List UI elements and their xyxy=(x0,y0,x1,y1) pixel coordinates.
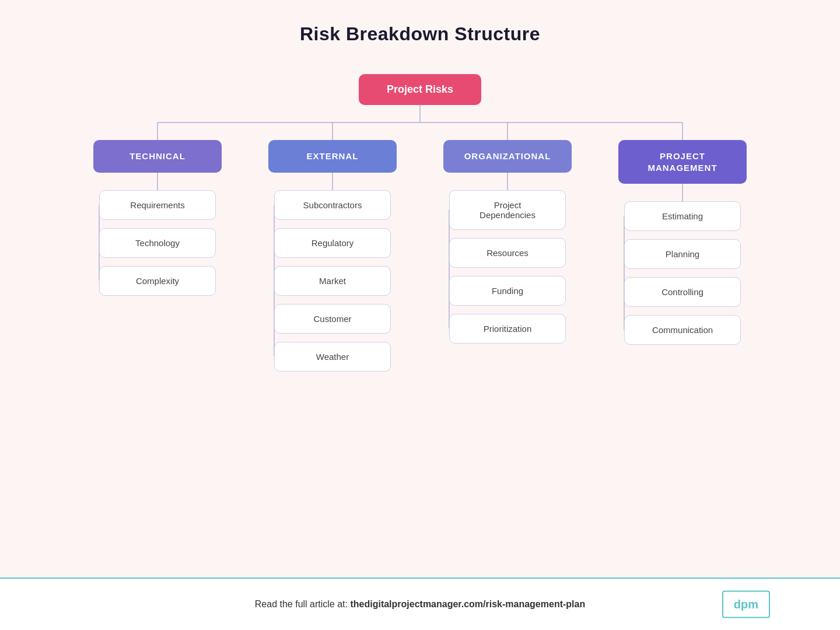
child-controlling: Controlling xyxy=(624,277,741,307)
child-resources: Resources xyxy=(449,238,566,268)
child-project-dependencies: ProjectDependencies xyxy=(449,190,566,230)
main-content: Risk Breakdown Structure Project Risks T… xyxy=(0,0,840,578)
header-technical: TECHNICAL xyxy=(93,140,222,173)
child-planning: Planning xyxy=(624,239,741,269)
column-external: EXTERNAL Subcontractors Regulatory Marke… xyxy=(245,140,420,380)
child-complexity: Complexity xyxy=(99,266,216,296)
child-customer: Customer xyxy=(274,304,391,334)
child-funding: Funding xyxy=(449,276,566,306)
header-organizational: ORGANIZATIONAL xyxy=(443,140,572,173)
header-external: EXTERNAL xyxy=(268,140,397,173)
footer-prefix: Read the full article at: xyxy=(255,599,351,609)
footer: Read the full article at: thedigitalproj… xyxy=(0,578,840,630)
root-node: Project Risks xyxy=(359,74,481,105)
root-row: Project Risks xyxy=(359,74,481,105)
page-title: Risk Breakdown Structure xyxy=(300,23,540,45)
child-regulatory: Regulatory xyxy=(274,228,391,258)
column-technical: TECHNICAL Requirements Technology Comple… xyxy=(70,140,245,380)
child-communication: Communication xyxy=(624,315,741,345)
child-requirements: Requirements xyxy=(99,190,216,220)
child-estimating: Estimating xyxy=(624,201,741,231)
diagram: Project Risks TECHNICAL Requirements Tec… xyxy=(70,74,770,380)
footer-url: thedigitalprojectmanager.com/risk-manage… xyxy=(350,599,585,609)
column-pm: PROJECT MANAGEMENT Estimating Planning C… xyxy=(595,140,770,380)
dpm-logo: dpm xyxy=(722,591,770,618)
child-technology: Technology xyxy=(99,228,216,258)
header-pm: PROJECT MANAGEMENT xyxy=(618,140,747,184)
child-prioritization: Prioritization xyxy=(449,314,566,344)
child-weather: Weather xyxy=(274,342,391,372)
child-market: Market xyxy=(274,266,391,296)
child-subcontractors: Subcontractors xyxy=(274,190,391,220)
footer-text: Read the full article at: thedigitalproj… xyxy=(255,599,585,610)
column-organizational: ORGANIZATIONAL ProjectDependencies Resou… xyxy=(420,140,595,380)
columns-row: TECHNICAL Requirements Technology Comple… xyxy=(70,140,770,380)
